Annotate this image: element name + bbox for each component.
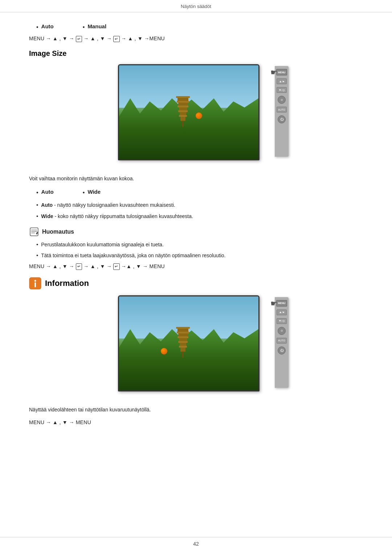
image-size-heading: Image Size — [29, 49, 363, 58]
para-dot-1: • — [36, 202, 38, 208]
side-btn-round-1: ⊙ — [278, 96, 286, 104]
side-btn-up-1: ▲/● — [277, 78, 287, 84]
page-footer: 42 — [0, 537, 392, 547]
monitor-wrapper-2: MENU ▲/● ▼/◎ ⊙ AUTO ⏻ ☛ — [118, 295, 274, 397]
monitor-screen-1 — [118, 64, 260, 160]
bullet-label-wide: Wide — [87, 189, 101, 195]
monitor-screen-2 — [118, 295, 260, 391]
side-btn-power-2: ⏻ — [278, 346, 286, 354]
side-btn-round-2: ⊙ — [278, 327, 286, 335]
info-menu-path: MENU → ▲ , ▼ → MENU — [29, 419, 363, 425]
svg-point-7 — [34, 280, 36, 282]
pencil-note-icon — [29, 227, 39, 237]
bullet-para-auto: • Auto - näyttö näkyy tulosignaalien kuv… — [29, 201, 363, 209]
note-title: Huomautus — [42, 229, 74, 235]
para-dot-2: • — [36, 213, 38, 219]
scene-2 — [119, 296, 258, 390]
para-bold-wide: Wide — [41, 213, 53, 219]
para-text-wide: Wide - koko näyttö näkyy riippumatta tul… — [41, 212, 193, 220]
note-icon — [29, 227, 39, 237]
note-bullet-2: • Tätä toimintoa ei tueta laajakuvanäytö… — [29, 251, 363, 259]
bullet-dot-3: • — [36, 189, 38, 197]
pagoda-1 — [177, 98, 188, 127]
side-btn-down-1: ▼/◎ — [277, 87, 287, 93]
bullet-label-auto: Auto — [41, 23, 54, 29]
image-size-menu-path: MENU → ▲ , ▼ → ↵ → ▲ , ▼ → ↵ →▲ , ▼ → ME… — [29, 263, 363, 270]
menu-box-2: MENU — [276, 300, 287, 307]
note-bullet-1: • Perustilataulukkoon kuulumattomia sign… — [29, 241, 363, 249]
note-dot-1: • — [36, 241, 38, 247]
side-btn-auto-1: AUTO — [277, 107, 287, 112]
side-btn-down-2: ▼/◎ — [277, 318, 287, 324]
bullet-wide: • Wide — [83, 189, 101, 197]
pagoda-2 — [177, 328, 188, 357]
para-text-auto: Auto - näyttö näkyy tulosignaalien kuvas… — [41, 201, 175, 209]
scene-1 — [119, 65, 258, 159]
svg-rect-0 — [30, 228, 38, 236]
screen-ball-1 — [196, 112, 202, 119]
hand-cursor-1: ☛ — [270, 68, 278, 77]
section1-menu-path: MENU → ▲ , ▼ → ↵ → ▲ , ▼ → ↵ → ▲ , ▼ →ME… — [29, 36, 363, 42]
svg-marker-4 — [36, 231, 38, 235]
monitor-wrapper-1: MENU ▲/● ▼/◎ ⊙ AUTO ⏻ ☛ — [118, 64, 274, 166]
bullet-dot-1: • — [36, 23, 38, 31]
bullet-label-auto2: Auto — [41, 189, 54, 195]
hand-cursor-2: ☛ — [270, 299, 278, 308]
info-description: Näyttää videolähteen tai näyttötilan kuv… — [29, 406, 363, 414]
page-number: 42 — [193, 541, 199, 547]
bullet-auto: • Auto — [36, 23, 54, 31]
bullet-label-manual: Manual — [87, 23, 106, 29]
monitor-image-1: MENU ▲/● ▼/◎ ⊙ AUTO ⏻ ☛ — [29, 64, 363, 166]
section1-bullets: • Auto • Manual — [29, 23, 363, 31]
side-btn-auto-2: AUTO — [277, 338, 287, 344]
monitor-side-panel-1: MENU ▲/● ▼/◎ ⊙ AUTO ⏻ — [275, 66, 289, 157]
page-header: Näytön säädöt — [0, 0, 392, 12]
image-size-bullets-row: • Auto • Wide — [29, 189, 363, 197]
bullet-dot-4: • — [83, 189, 85, 197]
side-btn-up-2: ▲/● — [277, 309, 287, 315]
bullet-auto-2: • Auto — [36, 189, 54, 197]
info-heading-text: Information — [45, 279, 89, 288]
bullet-manual: • Manual — [83, 23, 106, 31]
note-box: Huomautus — [29, 227, 363, 237]
note-dot-2: • — [36, 252, 38, 258]
image-size-description: Voit vaihtaa monitorin näyttämän kuvan k… — [29, 175, 363, 182]
header-title: Näytön säädöt — [181, 4, 211, 9]
note-text-1: Perustilataulukkoon kuulumattomia signaa… — [41, 241, 164, 249]
para-bold-auto: Auto — [41, 202, 53, 208]
monitor-side-panel-2: MENU ▲/● ▼/◎ ⊙ AUTO ⏻ — [275, 297, 289, 388]
info-heading-row: Information — [29, 277, 363, 290]
side-btn-power-1: ⏻ — [278, 115, 286, 123]
bullet-dot-2: • — [83, 23, 85, 31]
monitor-image-2: MENU ▲/● ▼/◎ ⊙ AUTO ⏻ ☛ — [29, 295, 363, 397]
main-content: • Auto • Manual MENU → ▲ , ▼ → ↵ → ▲ , ▼… — [0, 12, 392, 454]
info-icon-svg — [29, 277, 41, 290]
bullet-para-wide: • Wide - koko näyttö näkyy riippumatta t… — [29, 212, 363, 220]
svg-rect-8 — [34, 282, 36, 287]
page-container: Näytön säädöt • Auto • Manual MENU → ▲ ,… — [0, 0, 392, 554]
menu-box-1: MENU — [276, 69, 287, 75]
info-section-icon — [29, 277, 41, 290]
note-text-2: Tätä toimintoa ei tueta laajakuvanäytöss… — [41, 251, 225, 259]
